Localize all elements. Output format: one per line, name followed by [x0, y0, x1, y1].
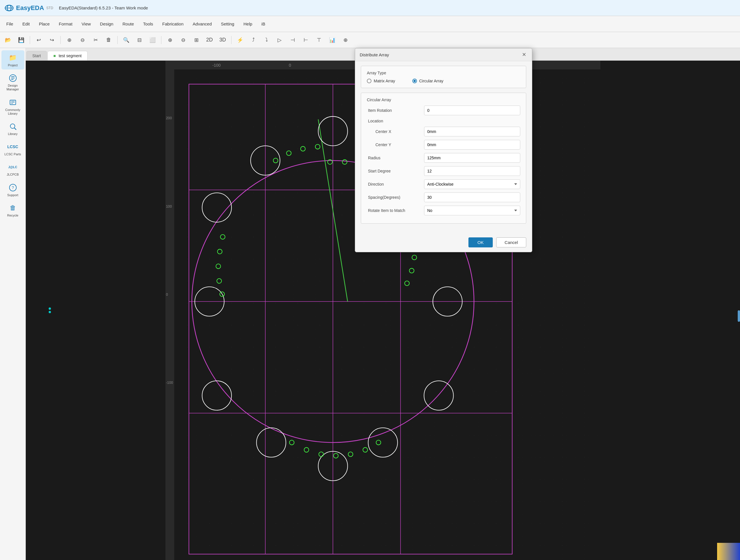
- matrix-array-radio[interactable]: [367, 79, 371, 83]
- menu-bar: File Edit Place Format View Design Route…: [0, 16, 740, 32]
- toolbar: 📂 💾 ↩ ↪ ⊕ ⊖ ✂ 🗑 🔍 ⊟ ⬜ ⊕ ⊖ ⊞ 2D 3D ⚡ ⤴ ⤵ …: [0, 32, 740, 48]
- dialog-close-button[interactable]: ✕: [521, 51, 527, 58]
- svg-text:-100: -100: [212, 63, 220, 68]
- toolbar-zoom-fit[interactable]: ⊞: [191, 35, 202, 45]
- spacing-degrees-row: Spacing(Degrees): [367, 193, 520, 202]
- item-rotation-label: Item Rotation: [367, 108, 424, 113]
- radius-input[interactable]: [424, 153, 520, 163]
- scroll-dots: [49, 308, 51, 313]
- sidebar-item-commonly-library[interactable]: Commonly Library: [1, 95, 24, 118]
- toolbar-redo[interactable]: ↪: [46, 35, 58, 45]
- sidebar-label-design-manager: Design Manager: [3, 84, 23, 91]
- toolbar-zoom-out[interactable]: ⊖: [177, 35, 189, 45]
- toolbar-zoom-in[interactable]: ⊕: [164, 35, 176, 45]
- toolbar-paste[interactable]: ⊖: [77, 35, 88, 45]
- sidebar-item-support[interactable]: ? Support: [1, 180, 24, 199]
- menu-help[interactable]: Help: [240, 20, 256, 28]
- start-degree-input[interactable]: [424, 166, 520, 176]
- dialog-title: Distribute Array: [360, 52, 389, 57]
- library-icon: [8, 121, 18, 132]
- tab-test-segment-label: test segment: [59, 53, 82, 58]
- sidebar-item-lcsc-parts[interactable]: LCSC LCSC Parts: [1, 139, 24, 158]
- toolbar-delete[interactable]: 🗑: [103, 35, 114, 45]
- toolbar-extra[interactable]: ⊕: [340, 35, 351, 45]
- menu-view[interactable]: View: [78, 20, 95, 28]
- toolbar-sep-5: [231, 36, 232, 44]
- center-x-input[interactable]: [424, 127, 520, 136]
- menu-design[interactable]: Design: [96, 20, 117, 28]
- toolbar-route6[interactable]: ⊢: [300, 35, 312, 45]
- sidebar-item-library[interactable]: Library: [1, 119, 24, 138]
- direction-select[interactable]: Clockwise Anti-Clockwise: [424, 179, 520, 189]
- circular-array-option[interactable]: Circular Array: [412, 79, 444, 83]
- dialog-footer: OK Cancel: [355, 234, 532, 252]
- rotate-item-label: Rotate Item to Match: [367, 208, 424, 213]
- sidebar-label-recycle: Recycle: [7, 214, 18, 217]
- menu-setting[interactable]: Setting: [217, 20, 239, 28]
- toolbar-cut[interactable]: ✂: [90, 35, 101, 45]
- sidebar-label-commonly-library: Commonly Library: [3, 108, 23, 116]
- toolbar-sep-3: [117, 36, 118, 44]
- sidebar-item-design-manager[interactable]: Design Manager: [1, 71, 24, 94]
- support-icon: ?: [8, 183, 18, 193]
- sidebar-item-recycle[interactable]: 🗑 Recycle: [1, 201, 24, 220]
- menu-tools[interactable]: Tools: [139, 20, 157, 28]
- toolbar-search[interactable]: 🔍: [120, 35, 132, 45]
- toolbar-sep-1: [30, 36, 30, 44]
- toolbar-erase[interactable]: ⬜: [147, 35, 158, 45]
- toolbar-3d[interactable]: 3D: [217, 35, 228, 45]
- menu-edit[interactable]: Edit: [18, 20, 34, 28]
- center-y-input[interactable]: [424, 140, 520, 149]
- item-rotation-row: Item Rotation: [367, 106, 520, 115]
- ok-button[interactable]: OK: [468, 237, 493, 247]
- toolbar-undo[interactable]: ↩: [33, 35, 44, 45]
- cancel-button[interactable]: Cancel: [496, 237, 526, 247]
- array-type-radio-group: Matrix Array Circular Array: [367, 79, 520, 83]
- toolbar-route5[interactable]: ⊣: [287, 35, 298, 45]
- menu-fabrication[interactable]: Fabrication: [158, 20, 187, 28]
- circular-array-radio[interactable]: [412, 79, 417, 83]
- tab-test-segment[interactable]: ■ test segment: [48, 51, 88, 61]
- rotate-item-select[interactable]: Yes No: [424, 206, 520, 215]
- circular-array-section: Circular Array Item Rotation Location Ce…: [361, 93, 526, 224]
- distribute-array-dialog[interactable]: Distribute Array ✕ Array Type Matrix Arr…: [355, 48, 532, 252]
- menu-file[interactable]: File: [2, 20, 17, 28]
- toolbar-route4[interactable]: ▷: [274, 35, 285, 45]
- sidebar-label-support: Support: [7, 193, 18, 197]
- sidebar-item-project[interactable]: 📁 Project: [1, 50, 24, 70]
- lcsc-parts-icon: LCSC: [8, 141, 18, 152]
- dialog-title-bar: Distribute Array ✕: [355, 48, 532, 61]
- toolbar-fit[interactable]: ⊟: [133, 35, 145, 45]
- location-row: Location: [367, 119, 520, 123]
- menu-ib[interactable]: iB: [258, 20, 269, 28]
- svg-text:200: 200: [166, 116, 172, 120]
- scroll-dot-2: [49, 311, 51, 313]
- sidebar-item-jlcpcb[interactable]: J@LC JLCPCB: [1, 159, 24, 179]
- menu-format[interactable]: Format: [55, 20, 77, 28]
- svg-text:0: 0: [166, 293, 168, 297]
- svg-text:0: 0: [289, 63, 291, 68]
- toolbar-route3[interactable]: ⤵: [261, 35, 272, 45]
- toolbar-2d[interactable]: 2D: [204, 35, 215, 45]
- menu-advanced[interactable]: Advanced: [189, 20, 216, 28]
- toolbar-route7[interactable]: ⊤: [313, 35, 325, 45]
- spacing-degrees-input[interactable]: [424, 193, 520, 202]
- tab-start[interactable]: Start: [26, 51, 47, 61]
- jlcpcb-icon: J@LC: [8, 162, 18, 172]
- toolbar-route2[interactable]: ⤴: [248, 35, 259, 45]
- scroll-indicator[interactable]: [738, 310, 740, 322]
- toolbar-open[interactable]: 📂: [2, 35, 14, 45]
- direction-row: Direction Clockwise Anti-Clockwise: [367, 179, 520, 189]
- sidebar-label-lcsc-parts: LCSC Parts: [4, 152, 21, 156]
- matrix-array-option[interactable]: Matrix Array: [367, 79, 395, 83]
- tab-icon: ■: [54, 53, 56, 58]
- toolbar-copy[interactable]: ⊕: [64, 35, 75, 45]
- bottom-bar: [717, 543, 740, 560]
- menu-route[interactable]: Route: [118, 20, 138, 28]
- menu-place[interactable]: Place: [35, 20, 54, 28]
- recycle-icon: 🗑: [8, 203, 18, 213]
- toolbar-chart[interactable]: 📊: [327, 35, 338, 45]
- item-rotation-input[interactable]: [424, 106, 520, 115]
- toolbar-route1[interactable]: ⚡: [235, 35, 246, 45]
- toolbar-save[interactable]: 💾: [15, 35, 27, 45]
